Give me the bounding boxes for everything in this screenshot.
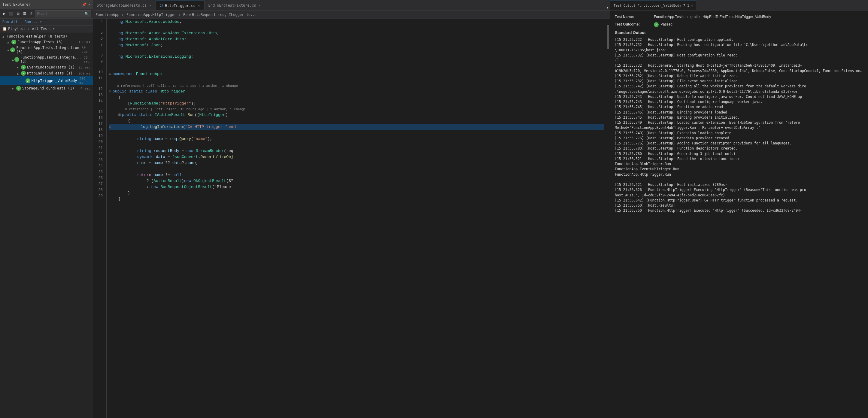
expand-icon-4: ▲ xyxy=(12,58,14,61)
code-line-8: ng Microsoft.Extensions.Logging; xyxy=(109,54,604,60)
toolbar-icon-btn-4[interactable]: ☰ xyxy=(22,11,27,16)
test-name-value: FunctionApp.Tests.Integration.HttpEndToE… xyxy=(654,14,771,20)
code-line-10: ⊟namespace FunctionApp xyxy=(109,71,604,77)
code-line-24 xyxy=(109,166,604,172)
toolbar-icon-btn-3[interactable]: ⊟ xyxy=(16,11,21,16)
status-pass-icon: ✓ xyxy=(11,40,16,44)
toolbar-icon-btn-2[interactable]: ⬛ xyxy=(8,11,14,16)
log-line-22: FunctionApp.EventHubTrigger.Run xyxy=(615,167,863,172)
tree-item-integra2[interactable]: ▲ ✓ FunctionApp.Tests.Integra... (3) 30 … xyxy=(0,55,93,64)
expand-icon-8: ▶ xyxy=(12,87,16,90)
code-line-16: { xyxy=(109,118,604,124)
status-pass-icon-3: ✓ xyxy=(14,57,19,62)
breadcrumb-part3[interactable]: Run(HttpRequest req, ILogger lo... xyxy=(183,12,257,17)
test-name-row: Test Name: FunctionApp.Tests.Integration… xyxy=(615,14,863,20)
breadcrumb-part1[interactable]: FunctionApp xyxy=(95,12,119,17)
log-line-12: [15:21:35.745] [Host.Startup] Binding pr… xyxy=(615,110,863,115)
tree-item-root[interactable]: ▲ FunctionTestHelper (8 tests) xyxy=(0,34,93,39)
scrollbar-thumb[interactable] xyxy=(607,25,609,49)
tree-item-storage-e2e[interactable]: ▶ ✓ StorageEndToEndTests (1) 4 sec xyxy=(0,85,93,91)
status-pass-icon-7: ✓ xyxy=(16,86,21,91)
test-outcome-row: Test Outcome: ✓ Passed xyxy=(615,22,863,27)
pass-text: Passed xyxy=(660,22,673,27)
tab-overflow-btn[interactable]: ▾ xyxy=(606,5,610,10)
playlist-dropdown-icon[interactable]: ▾ xyxy=(53,27,55,31)
meta-line-2 xyxy=(109,49,604,54)
log-line-26: [15:21:36.626] [Function.HttpTrigger] Ex… xyxy=(615,187,863,192)
code-line-15: ⊟public static IActionResult Run([HttpTr… xyxy=(109,112,604,118)
log-line-11: [15:21:35.745] [Host.Startup] Function m… xyxy=(615,104,863,109)
code-editor[interactable]: 4 5 6 7 8 9 10 11 12 13 14 15 16 17 18 xyxy=(93,19,610,418)
run-all-link[interactable]: Run All xyxy=(2,20,18,24)
tab-httptrigger[interactable]: C# HttpTrigger.cs ✕ xyxy=(156,1,205,10)
expand-icon-6: ▲ xyxy=(17,72,21,75)
tree-time-5: 269 ms xyxy=(79,71,90,75)
tree-item-fapp-tests[interactable]: ▲ ✓ FunctionApp.Tests (5) 158 ms xyxy=(0,39,93,45)
tab-close-3[interactable]: ✕ xyxy=(258,4,261,7)
test-toolbar: ▶ ⬛ ⊟ ☰ ↺ 🔍 xyxy=(0,9,93,19)
editor-panel: StorageEndToEndTests.cs ✕ C# HttpTrigger… xyxy=(93,0,610,418)
status-pass-icon-5: ✓ xyxy=(21,71,26,76)
log-line-28: [15:21:36.750] [Host.Results] xyxy=(615,203,863,208)
log-line-13: [15:21:35.745] [Host.Startup] Binding pr… xyxy=(615,115,863,120)
meta-line-4: 0 references | Jeff Hollan, 18 hours ago… xyxy=(109,83,604,89)
log-line-19: [15:21:35.780] [Host.Startup] Generating… xyxy=(615,151,863,156)
tree-item-event-e2e[interactable]: ▶ ✓ EventEndToEndTests (1) 25 sec xyxy=(0,64,93,70)
tree-time-4: 25 sec xyxy=(79,65,90,69)
tree-label-6: HttpTrigger_ValidBody xyxy=(32,79,77,83)
tab-storage-e2e[interactable]: StorageEndToEndTests.cs ✕ xyxy=(93,1,156,10)
output-panel: Test Output–Funct...gger_ValidBody–7–1 ✕… xyxy=(610,0,868,418)
tree-time-2: 30 sec xyxy=(82,46,90,54)
expand-icon-2: ▲ xyxy=(7,40,11,44)
tree-item-http-trigger-valid[interactable]: ✓ HttpTrigger_ValidBody 269 ms xyxy=(0,76,93,85)
meta-line-5: 0 references | Jeff Hollan, 18 hours ago… xyxy=(109,106,604,112)
playlist-label[interactable]: Playlist : All Tests xyxy=(8,27,52,31)
meta-line-3 xyxy=(109,66,604,71)
tree-time-6: 269 ms xyxy=(80,77,90,85)
expand-icon-5: ▶ xyxy=(17,66,21,69)
meta-line-1 xyxy=(109,25,604,30)
log-line-7: [15:21:35.732] [Host.Startup] File event… xyxy=(615,79,863,84)
tree-time-7: 4 sec xyxy=(81,87,90,90)
run-dropdown-link[interactable]: Run... ▾ xyxy=(25,20,42,24)
tab-icon-cs: C# xyxy=(159,4,163,7)
bar-separator: | xyxy=(20,20,22,24)
log-line-5b: b19b2db3c120, Version=2.0.11776.0, Proce… xyxy=(615,68,863,73)
code-line-19: string name = req.Query["name"]; xyxy=(109,136,604,142)
log-line-5: [15:21:35.732] [Host.General] Starting H… xyxy=(615,63,863,68)
log-line-27: [15:21:36.642] [Function.HttpTrigger.Use… xyxy=(615,198,863,203)
tab-close-2[interactable]: ✕ xyxy=(197,4,200,7)
tree-item-label: FunctionTestHelper (8 tests) xyxy=(7,34,90,38)
close-icon[interactable]: ✕ xyxy=(88,2,90,7)
code-line-25: return name != null xyxy=(109,172,604,178)
tab-close-1[interactable]: ✕ xyxy=(148,4,152,7)
output-tab-close[interactable]: ✕ xyxy=(691,4,693,7)
tree-time: 158 ms xyxy=(79,40,90,44)
log-line-14: [15:21:35.749] [Host.Startup] Loaded cus… xyxy=(615,120,863,125)
line-numbers: 4 5 6 7 8 9 10 11 12 13 14 15 16 17 18 xyxy=(93,19,106,418)
code-line-11 xyxy=(109,77,604,83)
test-outcome-label: Test Outcome: xyxy=(615,22,654,27)
tab-e2e-fixture[interactable]: EndToEndTestFixture.cs ✕ xyxy=(205,1,265,10)
tree-item-integration[interactable]: ▲ ✓ FunctionApp.Tests.Integration (3) 30… xyxy=(0,45,93,55)
toolbar-icon-btn-5[interactable]: ↺ xyxy=(29,11,34,16)
code-lines: ng Microsoft.Azure.WebJobs; ng Microsoft… xyxy=(106,19,606,418)
log-output: [15:21:35.732] [Host.Startup] Host confi… xyxy=(615,37,863,214)
search-input[interactable] xyxy=(37,12,83,16)
output-tab-label: Test Output–Funct...gger_ValidBody–7–1 xyxy=(614,4,689,7)
toolbar-icon-btn-1[interactable]: ▶ xyxy=(2,11,7,16)
editor-scrollbar[interactable] xyxy=(606,19,610,418)
search-icon: 🔍 xyxy=(84,12,89,16)
test-tree: ▲ FunctionTestHelper (8 tests) ▲ ✓ Funct… xyxy=(0,32,93,418)
tree-label-3: FunctionApp.Tests.Integra... (3) xyxy=(21,55,81,64)
code-line-22: dynamic data = JsonConvert.DeserializeOb… xyxy=(109,154,604,160)
code-line-18 xyxy=(109,130,604,136)
log-line-10: [15:21:35.743] [Host.Startup] Could not … xyxy=(615,99,863,104)
breadcrumb-part2[interactable]: FunctionApp.HttpTrigger xyxy=(126,12,176,17)
tree-item-http-e2e[interactable]: ▲ ✓ HttpEndToEndTests (1) 269 ms xyxy=(0,70,93,76)
output-tab[interactable]: Test Output–Funct...gger_ValidBody–7–1 ✕ xyxy=(610,1,697,10)
breadcrumb-sep-2: ▶ xyxy=(179,12,181,17)
status-pass-icon-6: ✓ xyxy=(26,78,30,83)
log-line-20: [15:21:36.521] [Host.Startup] Found the … xyxy=(615,156,863,162)
panel-icon-group: 📌 ✕ xyxy=(82,2,90,7)
